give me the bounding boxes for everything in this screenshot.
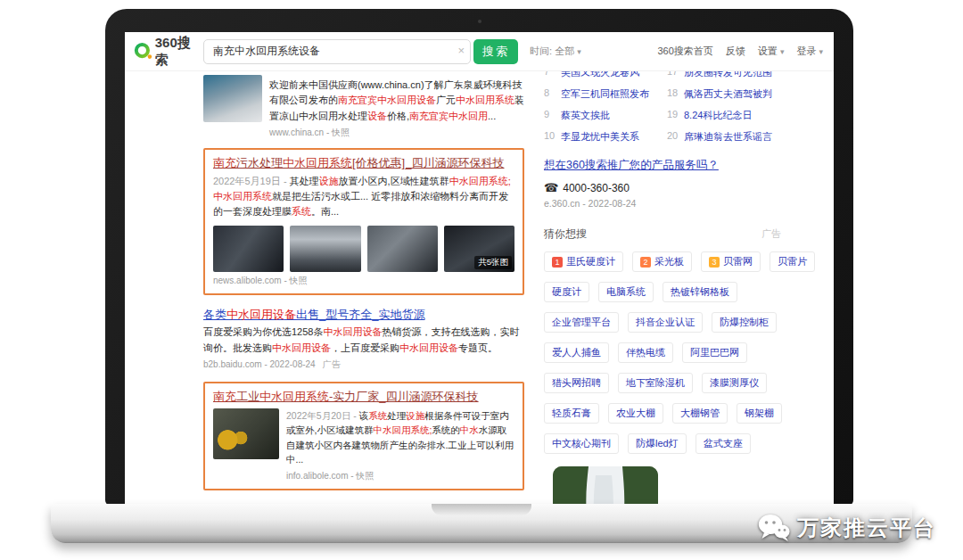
- related-search-chip[interactable]: 硬度计: [544, 282, 589, 302]
- result-1-thumbnail-image[interactable]: [203, 75, 262, 122]
- result-item-2-highlighted: 南充污水处理中水回用系统[价格优惠]_四川涵源环保科技 2022年5月19日 -…: [203, 148, 524, 295]
- scenic-mountain-image[interactable]: [553, 466, 658, 504]
- chip-rank-badge: 3: [709, 257, 720, 268]
- related-search-chip[interactable]: 中文核心期刊: [544, 433, 619, 454]
- time-filter-value: 全部: [555, 45, 574, 56]
- result-item-1: 欢迎前来中国供应商(www.china.cn)了解广东泉威环境科技有限公司发布的…: [203, 75, 524, 139]
- nav-feedback-link[interactable]: 反馈: [726, 45, 745, 58]
- hot-rank: 18: [667, 87, 679, 101]
- related-search-chip[interactable]: 盆式支座: [696, 433, 751, 454]
- search-results-page: 360搜索 × 搜索 时间: 全部 ▾ 360搜索首页 反馈 设置 ▾ 登录 ▾: [125, 32, 834, 504]
- related-search-chip[interactable]: 猎头网招聘: [544, 373, 609, 393]
- hot-search-item[interactable]: 18 佩洛西丈夫酒驾被判: [667, 87, 772, 101]
- watermark-text: 万家推云平台: [797, 514, 936, 542]
- chip-row: 猎头网招聘地下室除湿机漆膜测厚仪: [544, 373, 834, 393]
- related-search-chip[interactable]: 防爆控制柜: [712, 312, 777, 333]
- hot-rank: 17: [667, 71, 679, 79]
- chip-row: 企业管理平台抖音企业认证防爆控制柜: [544, 312, 834, 333]
- chip-rank-badge: 2: [640, 257, 651, 268]
- clear-search-icon[interactable]: ×: [457, 45, 465, 57]
- result-3-source: b2b.baidu.com - 2022-08-24广告: [203, 358, 524, 371]
- chip-label: 农业大棚: [616, 407, 655, 420]
- result-2-source: news.alibole.com - 快照: [213, 275, 514, 287]
- search-box: ×: [203, 39, 471, 64]
- related-search-chip[interactable]: 钢架棚: [737, 403, 782, 424]
- chip-label: 抖音企业认证: [636, 316, 695, 329]
- hot-text: 佩洛西丈夫酒驾被判: [684, 87, 772, 101]
- result-2-title-link[interactable]: 南充污水处理中水回用系统[价格优惠]_四川涵源环保科技: [213, 155, 504, 171]
- related-search-chip[interactable]: 地下室除湿机: [618, 373, 693, 393]
- hot-search-item[interactable]: 9 蔡英文挨批: [544, 109, 649, 122]
- hot-search-item[interactable]: 20 席琳迪翁去世系谣言: [667, 130, 772, 144]
- related-search-chip[interactable]: 爱人人捕鱼: [544, 342, 609, 363]
- related-search-chip[interactable]: 贝雷片: [770, 251, 815, 272]
- related-search-chip[interactable]: 企业管理平台: [544, 312, 619, 333]
- chip-row: 1里氏硬度计2采光板3贝雷网贝雷片: [544, 251, 834, 272]
- hot-search-item[interactable]: 7 美国又现火龙卷风: [544, 71, 649, 79]
- result-2-photo-1[interactable]: [213, 226, 284, 272]
- related-search-chip[interactable]: 大棚钢管: [672, 403, 728, 424]
- promo-phone-number: 4000-360-360: [563, 182, 630, 194]
- hot-search-item[interactable]: 19 8.24科比纪念日: [667, 109, 772, 122]
- result-4-thumbnail-image[interactable]: [213, 408, 279, 459]
- nav-home-link[interactable]: 360搜索首页: [657, 45, 712, 58]
- time-filter[interactable]: 时间: 全部 ▾: [530, 45, 581, 58]
- hot-search-item[interactable]: 8 空军三机同框照发布: [544, 87, 649, 101]
- hot-search-item[interactable]: 10 李显龙忧中美关系: [544, 130, 649, 144]
- result-2-snippet: 2022年5月19日 - 其处理设施放置小区内,区域性建筑群中水回用系统;中水回…: [213, 174, 514, 220]
- ad-label: 广告: [323, 359, 341, 369]
- related-searches-section: 猜你想搜 广告 1里氏硬度计2采光板3贝雷网贝雷片 硬度计电脑系统热镀锌钢格板 …: [544, 226, 834, 454]
- related-search-chip[interactable]: 电脑系统: [598, 282, 654, 302]
- chip-label: 采光板: [654, 255, 684, 268]
- related-search-chip[interactable]: 漆膜测厚仪: [702, 373, 767, 393]
- nav-settings-menu[interactable]: 设置 ▾: [758, 45, 785, 58]
- related-search-chip[interactable]: 1里氏硬度计: [544, 251, 623, 272]
- related-search-chip[interactable]: 2采光板: [632, 251, 692, 272]
- chip-label: 中文核心期刊: [552, 437, 611, 450]
- 360-logo-icon: [134, 42, 152, 61]
- chevron-down-icon: ▾: [780, 47, 785, 56]
- result-4-source: info.alibole.com - 快照: [286, 470, 514, 482]
- nav-login-menu[interactable]: 登录 ▾: [796, 45, 823, 58]
- related-search-chip[interactable]: 轻质石膏: [544, 403, 599, 424]
- result-4-title-link[interactable]: 南充工业中水回用系统-实力厂家_四川涵源环保科技: [213, 389, 479, 405]
- chip-label: 漆膜测厚仪: [710, 376, 759, 390]
- chip-label: 阿里巴巴网: [690, 346, 739, 359]
- chip-label: 贝雷网: [723, 255, 753, 268]
- result-3-snippet: 百度爱采购为你优选1258条中水回用设备热销货源，支持在线选购，实时询价。批发选…: [203, 325, 524, 356]
- hot-text: 8.24科比纪念日: [684, 109, 752, 122]
- related-search-chips: 1里氏硬度计2采光板3贝雷网贝雷片 硬度计电脑系统热镀锌钢格板 企业管理平台抖音…: [544, 251, 834, 454]
- promo-ad-title-link[interactable]: 想在360搜索推广您的产品服务吗？: [544, 159, 719, 171]
- related-search-chip[interactable]: 热镀锌钢格板: [663, 282, 737, 302]
- hot-text: 蔡英文挨批: [561, 109, 610, 122]
- result-3-title-link[interactable]: 各类中水回用设备出售_型号齐全_实地货源: [203, 307, 424, 323]
- time-filter-label: 时间:: [530, 45, 552, 56]
- chip-label: 防爆led灯: [636, 437, 679, 450]
- related-search-chip[interactable]: 防爆led灯: [628, 433, 687, 454]
- hot-text: 朋友圈转发可见范围: [684, 71, 772, 79]
- chip-label: 企业管理平台: [552, 316, 611, 329]
- hot-rank: 7: [544, 71, 556, 79]
- related-search-chip[interactable]: 伴热电缆: [618, 342, 673, 363]
- search-input[interactable]: [203, 39, 471, 64]
- webcam-dot: [478, 20, 482, 23]
- search-button[interactable]: 搜索: [473, 39, 518, 64]
- related-search-chip[interactable]: 农业大棚: [608, 403, 663, 424]
- related-search-chip[interactable]: 阿里巴巴网: [682, 342, 747, 363]
- 360-search-logo[interactable]: 360搜索: [134, 35, 203, 69]
- chip-label: 硬度计: [552, 285, 581, 299]
- chip-label: 伴热电缆: [626, 346, 665, 359]
- hot-text: 空军三机同框照发布: [561, 87, 649, 101]
- result-2-photo-3[interactable]: [367, 226, 438, 272]
- related-search-chip[interactable]: 3贝雷网: [701, 251, 761, 272]
- hot-search-item[interactable]: 17 朋友圈转发可见范围: [667, 71, 772, 79]
- chip-label: 电脑系统: [606, 285, 646, 299]
- result-2-photo-4[interactable]: 共5张图: [444, 226, 514, 272]
- sidebar-promo-ad: 想在360搜索推广您的产品服务吗？ ☎ 4000-360-360 e.360.c…: [544, 158, 834, 209]
- laptop-mockup: 360搜索 × 搜索 时间: 全部 ▾ 360搜索首页 反馈 设置 ▾ 登录 ▾: [0, 0, 963, 560]
- hot-text: 李显龙忧中美关系: [561, 130, 639, 144]
- sidebar: 7 美国又现火龙卷风 8 空军三机同框照发布 9 蔡英文挨批: [544, 71, 834, 504]
- related-search-chip[interactable]: 抖音企业认证: [628, 312, 703, 333]
- watermark: 万家推云平台: [758, 514, 936, 542]
- result-2-photo-2[interactable]: [290, 226, 360, 272]
